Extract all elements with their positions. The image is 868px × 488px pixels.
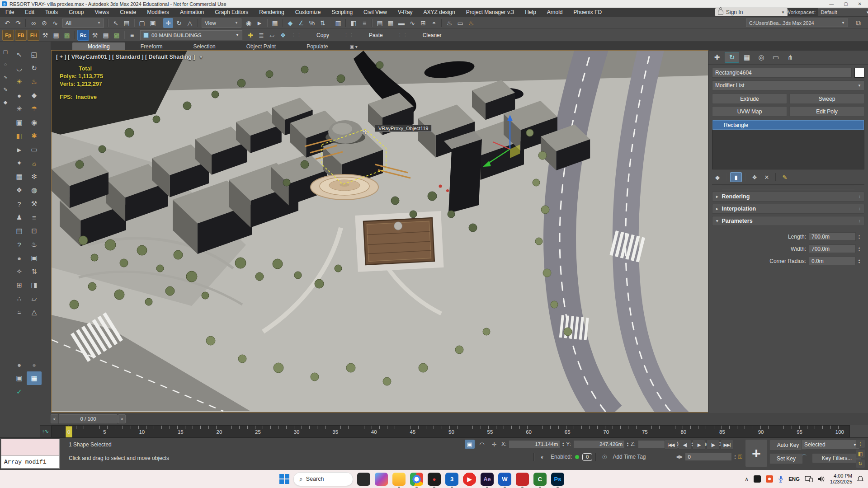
selection-filter-dropdown[interactable]: All▼ [62, 19, 104, 28]
menu-item[interactable]: AXYZ design [418, 8, 461, 17]
isolate-selection-icon[interactable]: ▣ [465, 440, 475, 449]
render-setup-icon[interactable]: ♨ [444, 18, 454, 28]
windows-start-button[interactable] [279, 474, 289, 484]
curve-editor-icon[interactable]: ∿ [407, 18, 417, 28]
menu-item[interactable]: Project Manager v.3 [461, 8, 520, 17]
layer-cascade-icon[interactable]: ❖ [278, 30, 288, 40]
enabled-count[interactable]: 0 [582, 453, 592, 461]
taskbar-search[interactable]: ⌕ Search [293, 472, 353, 486]
viewport-scene[interactable] [52, 51, 708, 412]
clone-icon[interactable]: ▱ [27, 292, 42, 305]
language-indicator[interactable]: ENG [788, 476, 800, 482]
percent-snap-icon[interactable]: % [307, 18, 317, 28]
layer-stack-icon[interactable]: ≣ [256, 30, 266, 40]
monitor-icon[interactable]: ⊡ [27, 224, 42, 238]
menu-item[interactable]: Animation [175, 8, 209, 17]
active-tool-icon[interactable]: ▦ [27, 371, 42, 385]
camera-icon[interactable]: ▣ [12, 116, 27, 129]
keyboard-override-icon[interactable]: ▦ [270, 18, 280, 28]
marquee-circle-icon[interactable]: ◌ [1, 60, 10, 69]
mirror2-icon[interactable]: ◨ [27, 278, 42, 292]
absolute-mode-icon[interactable]: ✛ [489, 440, 499, 449]
create-tab[interactable]: ✚ [710, 52, 724, 62]
pot-icon[interactable]: ♨ [27, 238, 42, 251]
forestpack-b-button[interactable]: FB [15, 30, 27, 41]
pin-stack-icon[interactable]: ◆ [712, 173, 723, 182]
reference-coordinate-dropdown[interactable]: View▼ [202, 19, 241, 28]
modifier-button[interactable]: Sweep [789, 94, 864, 104]
railclone-tools-icon[interactable]: ⚒ [90, 30, 100, 40]
array-icon[interactable]: ⊞ [12, 278, 27, 292]
check-icon[interactable]: ✓ [12, 385, 27, 399]
ribbon-toggle-icon[interactable]: ▬ [396, 18, 406, 28]
copilot-icon[interactable] [375, 473, 388, 486]
undo-icon[interactable]: ↶ [2, 18, 12, 28]
help-icon[interactable]: ? [12, 197, 27, 211]
layer-manager-icon[interactable]: ≡ [127, 30, 137, 40]
forest-library-icon[interactable]: ▩ [62, 30, 72, 40]
snap-mini-icon[interactable]: ◆ [1, 98, 10, 107]
recording-tray-icon[interactable] [766, 475, 773, 483]
orbit-icon[interactable]: ↻ [27, 61, 42, 75]
track-bar[interactable]: 0510152025303540455055606570758085909510… [52, 425, 850, 437]
forestpack-h-button[interactable]: FH [28, 30, 39, 41]
time-slider[interactable]: 0 / 100 [59, 414, 118, 423]
layer-explorer-icon[interactable]: ▦ [386, 18, 396, 28]
next-frame-button[interactable]: > [118, 414, 126, 423]
configure-modifier-icon[interactable]: ✎ [779, 173, 790, 182]
magnet-snap-icon[interactable]: ◡ [12, 61, 27, 75]
menu-item[interactable]: Tools [40, 8, 63, 17]
paint-bucket-icon[interactable]: ◧ [12, 129, 27, 143]
menu-item[interactable]: Scripting [326, 8, 358, 17]
sphere2-icon[interactable]: ● [12, 251, 27, 265]
align-icon[interactable]: ≡ [359, 18, 369, 28]
rollout-interpolation[interactable]: ▸Interpolation⁝ [712, 204, 864, 214]
grid-icon[interactable]: ▦ [12, 170, 27, 183]
key-mode-dropdown[interactable]: Selected ▼ [801, 440, 860, 450]
paste-button[interactable]: Paste [357, 30, 395, 40]
active-layer-dropdown[interactable]: 00-MAIN BUILDINGS ▼ [140, 30, 242, 40]
material-editor-icon[interactable]: ◓ [429, 18, 439, 28]
tab-selection[interactable]: Selection [178, 42, 231, 51]
globe-icon[interactable]: ◍ [27, 183, 42, 197]
sphere-gray-icon[interactable]: ● [12, 358, 27, 371]
sign-in-button[interactable]: Sign In ▼ [715, 8, 788, 16]
unlink-icon[interactable]: ⊘ [39, 18, 49, 28]
railclone-library-icon[interactable]: ▩ [112, 30, 122, 40]
ytmusic-icon[interactable]: ▶ [463, 473, 476, 486]
viewport-label[interactable]: [ + ] [ VRayCam001 ] [ Standard ] [ Defa… [56, 54, 203, 60]
mini-key1-icon[interactable]: ⊹ [856, 440, 865, 448]
menu-item[interactable]: Views [89, 8, 114, 17]
question-icon[interactable]: ? [12, 238, 27, 251]
spacing-icon[interactable]: ∴ [12, 292, 27, 305]
umbrella-icon[interactable]: ☂ [27, 102, 42, 116]
marquee-rect-icon[interactable]: ▢ [1, 47, 10, 56]
object-color-swatch[interactable] [854, 68, 864, 78]
viewport[interactable]: [ + ] [ VRayCam001 ] [ Standard ] [ Defa… [52, 51, 708, 412]
menu-item[interactable]: Graph Editors [209, 8, 254, 17]
zoom-region-icon[interactable]: ◱ [27, 48, 42, 61]
menu-item[interactable]: Edit [19, 8, 40, 17]
motion-tab[interactable]: ◎ [755, 52, 768, 62]
microphone-icon[interactable] [778, 475, 783, 483]
menu-item[interactable]: V-Ray [392, 8, 418, 17]
taskview-icon[interactable] [357, 473, 370, 486]
maximize-button[interactable]: ▢ [844, 1, 848, 6]
cursor-icon[interactable]: ► [12, 143, 27, 156]
select-similar-icon[interactable]: ≈ [12, 305, 27, 319]
named-selection-icon[interactable]: ▥ [333, 18, 343, 28]
select-object-icon[interactable]: ↖ [111, 18, 121, 28]
modifier-button[interactable]: Edit Poly [789, 106, 864, 117]
set-key-button[interactable]: Set Key [769, 453, 803, 464]
forest-tools-icon[interactable]: ⚒ [40, 30, 50, 40]
render-production-icon[interactable]: ♨ [466, 18, 476, 28]
camera3-icon[interactable]: ▣ [12, 371, 27, 385]
rollout-rendering[interactable]: ▸Rendering⁝ [712, 192, 864, 202]
menu-item[interactable]: Arnold [542, 8, 568, 17]
gear-icon[interactable]: ✱ [27, 129, 42, 143]
snowflake-icon[interactable]: ✻ [27, 170, 42, 183]
photoshop-icon[interactable]: Ps [551, 473, 564, 486]
person-icon[interactable]: ♟ [12, 211, 27, 224]
walk-icon[interactable]: ⇅ [27, 265, 42, 278]
hand-icon[interactable]: ❖ [12, 183, 27, 197]
